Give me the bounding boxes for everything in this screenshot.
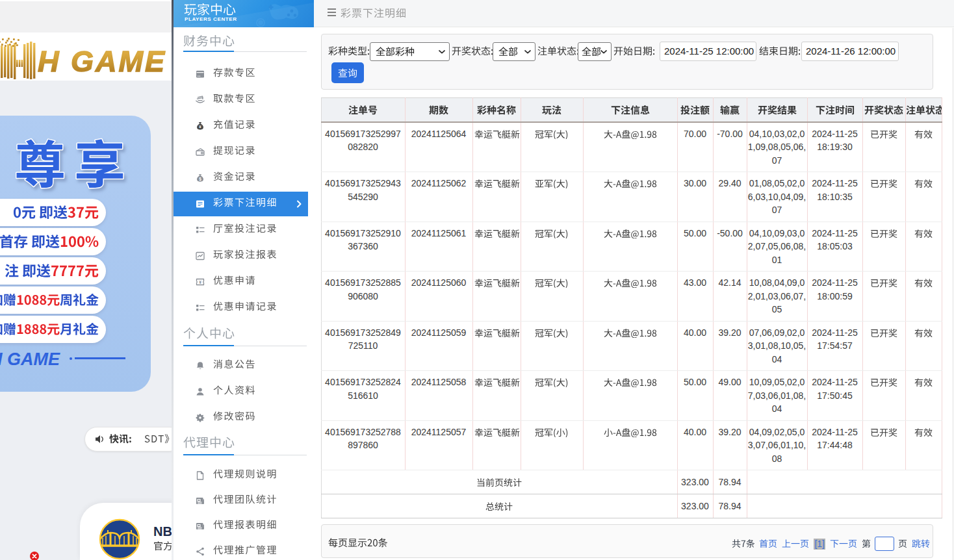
svg-text:¥: ¥ [199, 280, 201, 285]
svg-text:$: $ [199, 177, 201, 182]
